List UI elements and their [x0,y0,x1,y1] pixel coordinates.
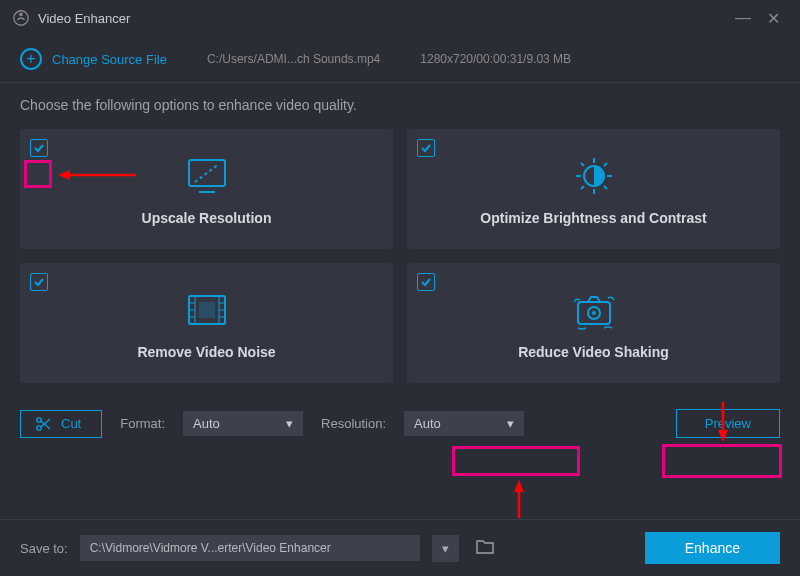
folder-icon [475,539,495,555]
checkbox-noise[interactable] [30,273,48,291]
browse-folder-button[interactable] [471,535,499,562]
annotation-arrow-up [512,480,526,520]
svg-line-13 [604,163,607,166]
change-source-button[interactable]: + Change Source File [20,48,167,70]
camera-shake-icon [568,286,620,334]
plus-circle-icon: + [20,48,42,70]
monitor-icon [183,152,231,200]
card-noise-label: Remove Video Noise [137,344,275,360]
chevron-down-icon: ▾ [442,541,449,556]
preview-button[interactable]: Preview [676,409,780,438]
card-shaking[interactable]: Reduce Video Shaking [407,263,780,383]
format-value: Auto [193,416,220,431]
resolution-label: Resolution: [321,416,386,431]
card-shaking-label: Reduce Video Shaking [518,344,669,360]
resolution-value: Auto [414,416,441,431]
controls-row: Cut Format: Auto ▾ Resolution: Auto ▾ Pr… [0,391,800,448]
svg-marker-34 [514,480,524,492]
card-upscale-label: Upscale Resolution [142,210,272,226]
save-path-field[interactable]: C:\Vidmore\Vidmore V...erter\Video Enhan… [80,535,420,561]
cut-button[interactable]: Cut [20,410,102,438]
brightness-icon [570,152,618,200]
chevron-down-icon: ▾ [286,416,293,431]
svg-line-11 [604,186,607,189]
format-label: Format: [120,416,165,431]
cut-label: Cut [61,416,81,431]
footer: Save to: C:\Vidmore\Vidmore V...erter\Vi… [0,519,800,576]
checkbox-shaking[interactable] [417,273,435,291]
scissors-icon [35,416,51,432]
titlebar: Video Enhancer — ✕ [0,0,800,36]
checkbox-upscale[interactable] [30,139,48,157]
svg-rect-23 [199,302,215,318]
minimize-button[interactable]: — [728,9,758,27]
svg-point-27 [37,417,41,421]
preview-label: Preview [705,416,751,431]
card-brightness-label: Optimize Brightness and Contrast [480,210,706,226]
change-source-label: Change Source File [52,52,167,67]
svg-line-12 [581,186,584,189]
enhance-label: Enhance [685,540,740,556]
toolbar: + Change Source File C:/Users/ADMI...ch … [0,36,800,83]
svg-line-10 [581,163,584,166]
format-dropdown[interactable]: Auto ▾ [183,411,303,436]
annotation-highlight-preview [662,444,782,478]
app-logo-icon [12,9,30,27]
annotation-highlight-resolution [452,446,580,476]
svg-point-1 [19,13,23,17]
enhance-button[interactable]: Enhance [645,532,780,564]
file-meta-text: 1280x720/00:00:31/9.03 MB [420,52,571,66]
card-brightness[interactable]: Optimize Brightness and Contrast [407,129,780,249]
svg-point-26 [592,311,596,315]
svg-line-3 [195,164,219,182]
card-noise[interactable]: Remove Video Noise [20,263,393,383]
resolution-dropdown[interactable]: Auto ▾ [404,411,524,436]
cards-grid: Upscale Resolution Optimize Brightness a… [0,121,800,391]
window-title: Video Enhancer [38,11,728,26]
save-to-label: Save to: [20,541,68,556]
film-icon [183,286,231,334]
instruction-text: Choose the following options to enhance … [0,83,800,121]
close-button[interactable]: ✕ [758,9,788,28]
svg-point-28 [37,425,41,429]
checkbox-brightness[interactable] [417,139,435,157]
card-upscale[interactable]: Upscale Resolution [20,129,393,249]
file-path-text: C:/Users/ADMI...ch Sounds.mp4 [207,52,380,66]
save-path-dropdown[interactable]: ▾ [432,535,459,562]
chevron-down-icon: ▾ [507,416,514,431]
